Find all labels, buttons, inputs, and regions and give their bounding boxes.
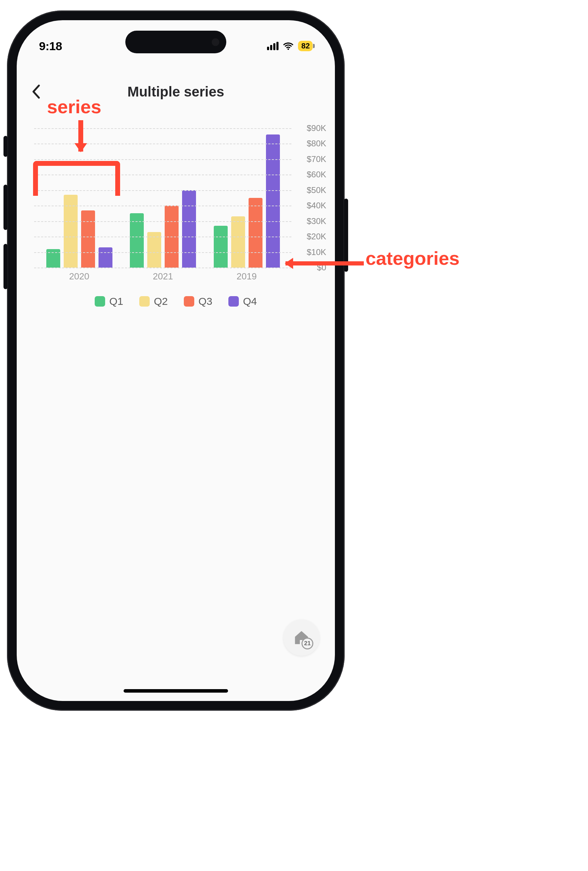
- home-indicator[interactable]: [124, 689, 228, 693]
- legend-item[interactable]: Q1: [95, 295, 123, 307]
- bar-category-group: [214, 135, 280, 268]
- y-axis-label: $20K: [307, 232, 326, 241]
- back-button[interactable]: [27, 83, 45, 100]
- x-axis-label: 2019: [237, 271, 257, 282]
- y-axis-label: $50K: [307, 186, 326, 195]
- chevron-left-icon: [31, 84, 40, 99]
- wifi-icon: [283, 42, 294, 50]
- home-fab-badge: 21: [301, 638, 313, 650]
- status-time: 9:18: [39, 39, 62, 53]
- volume-down-button: [3, 244, 7, 289]
- y-axis-label: $80K: [307, 139, 326, 148]
- y-axis-label: $40K: [307, 201, 326, 210]
- bar[interactable]: [182, 190, 196, 268]
- legend-item[interactable]: Q2: [139, 295, 168, 307]
- legend-swatch: [95, 296, 105, 307]
- legend-label: Q4: [243, 295, 257, 307]
- y-axis-label: $60K: [307, 170, 326, 180]
- page-title: Multiple series: [127, 84, 224, 100]
- battery-percent: 82: [301, 42, 310, 51]
- gridline: [34, 236, 291, 237]
- volume-up-button: [3, 185, 7, 230]
- bar[interactable]: [214, 226, 228, 268]
- gridline: [34, 268, 291, 268]
- legend-label: Q2: [154, 295, 168, 307]
- gridline: [34, 144, 291, 144]
- annotation-categories-label: categories: [366, 247, 460, 269]
- y-axis-label: $30K: [307, 216, 326, 226]
- battery-indicator: 82: [298, 41, 313, 51]
- bar[interactable]: [231, 216, 245, 268]
- gridline: [34, 159, 291, 160]
- home-fab[interactable]: 21: [284, 620, 319, 656]
- legend-swatch: [228, 296, 239, 307]
- cellular-signal-icon: [267, 42, 279, 50]
- bar[interactable]: [147, 232, 161, 268]
- annotation-categories-arrow: [285, 261, 364, 265]
- chart-legend: Q1Q2Q3Q4: [17, 295, 335, 307]
- legend-swatch: [184, 296, 194, 307]
- gridline: [34, 128, 291, 129]
- side-button: [3, 136, 7, 157]
- gridline: [34, 205, 291, 206]
- annotation-series-arrow: [78, 120, 83, 151]
- dynamic-island: [125, 31, 226, 53]
- phone-screen: 9:18 82 Multiple se: [17, 20, 335, 701]
- legend-swatch: [139, 296, 150, 307]
- legend-label: Q1: [109, 295, 123, 307]
- y-axis-label: $10K: [307, 247, 326, 257]
- gridline: [34, 252, 291, 253]
- x-axis-label: 2021: [153, 271, 173, 282]
- bar[interactable]: [249, 198, 263, 268]
- bar-category-group: [130, 190, 196, 268]
- bar[interactable]: [81, 210, 95, 268]
- gridline: [34, 221, 291, 222]
- annotation-series-bracket: [33, 161, 120, 196]
- bar[interactable]: [266, 135, 280, 268]
- annotation-series-label: series: [47, 96, 101, 117]
- legend-item[interactable]: Q4: [228, 295, 257, 307]
- y-axis-label: $90K: [307, 123, 326, 133]
- y-axis-label: $70K: [307, 154, 326, 164]
- legend-label: Q3: [198, 295, 212, 307]
- x-axis-label: 2020: [69, 271, 90, 282]
- bar[interactable]: [98, 247, 112, 268]
- legend-item[interactable]: Q3: [184, 295, 212, 307]
- power-button: [344, 199, 348, 272]
